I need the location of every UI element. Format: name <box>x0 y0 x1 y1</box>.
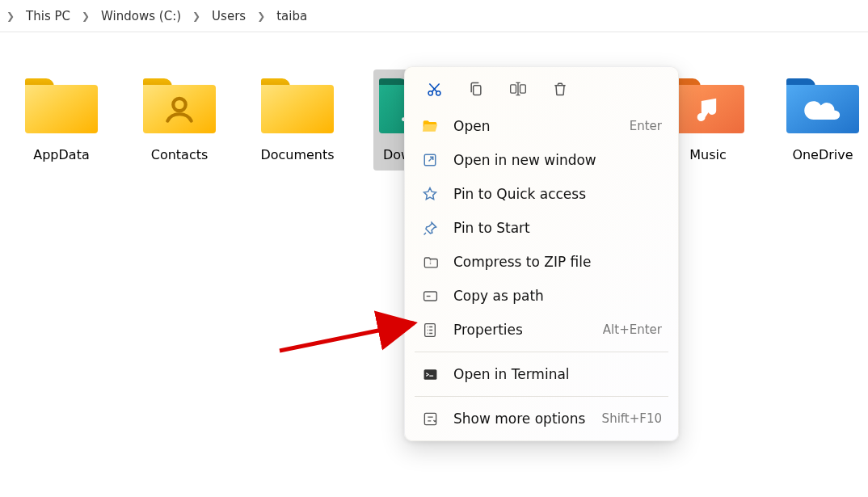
crumb-drive[interactable]: Windows (C:) <box>96 6 186 27</box>
window-icon <box>421 151 439 169</box>
delete-icon[interactable] <box>549 78 571 99</box>
folder-icon <box>259 74 336 137</box>
folder-label: Music <box>689 147 727 162</box>
menu-pin-start[interactable]: Pin to Start <box>410 211 673 245</box>
menu-open-new-window[interactable]: Open in new window <box>410 143 673 177</box>
chevron-right-icon: ❯ <box>255 11 267 22</box>
zip-icon <box>421 253 439 271</box>
crumb-users[interactable]: Users <box>207 6 251 27</box>
context-top-row <box>410 75 673 109</box>
menu-label: Show more options <box>453 411 585 427</box>
pin-icon <box>421 219 439 237</box>
properties-icon <box>421 321 439 339</box>
svg-rect-5 <box>520 85 526 93</box>
menu-label: Open <box>453 118 490 134</box>
menu-label: Pin to Start <box>453 220 530 236</box>
folder-label: OneDrive <box>792 147 853 162</box>
menu-open-terminal[interactable]: Open in Terminal <box>410 357 673 391</box>
path-icon <box>421 287 439 305</box>
folder-documents[interactable]: Documents <box>255 69 339 171</box>
svg-point-0 <box>173 99 185 111</box>
folder-icon <box>23 74 100 137</box>
copy-icon[interactable] <box>465 78 487 99</box>
svg-rect-3 <box>474 86 481 95</box>
menu-copy-path[interactable]: Copy as path <box>410 279 673 313</box>
menu-pin-quick-access[interactable]: Pin to Quick access <box>410 177 673 211</box>
folder-icon <box>141 74 218 137</box>
menu-label: Open in new window <box>453 152 596 168</box>
star-icon <box>421 185 439 203</box>
folder-label: Contacts <box>151 147 209 162</box>
context-menu: Open Enter Open in new window Pin to Qui… <box>404 66 679 441</box>
svg-rect-9 <box>423 369 436 380</box>
folder-icon <box>784 74 862 137</box>
menu-label: Compress to ZIP file <box>453 254 592 270</box>
terminal-icon <box>421 365 439 383</box>
open-icon <box>421 117 439 135</box>
menu-label: Copy as path <box>453 288 544 304</box>
crumb-user[interactable]: taiba <box>272 6 312 27</box>
menu-label: Open in Terminal <box>453 366 570 382</box>
svg-rect-4 <box>511 85 516 93</box>
crumb-this-pc[interactable]: This PC <box>21 6 75 27</box>
menu-properties[interactable]: Properties Alt+Enter <box>410 313 673 347</box>
svg-point-1 <box>428 91 432 95</box>
chevron-right-icon: ❯ <box>80 11 91 22</box>
folder-appdata[interactable]: AppData <box>19 69 103 171</box>
menu-label: Properties <box>453 322 523 338</box>
breadcrumb[interactable]: ❯ This PC ❯ Windows (C:) ❯ Users ❯ taiba <box>0 0 868 32</box>
menu-label: Pin to Quick access <box>453 186 586 202</box>
rename-icon[interactable] <box>507 78 529 99</box>
menu-separator <box>415 396 668 397</box>
menu-shortcut: Shift+F10 <box>602 411 662 426</box>
svg-rect-10 <box>424 413 436 424</box>
menu-show-more[interactable]: Show more options Shift+F10 <box>410 402 673 436</box>
svg-point-2 <box>436 91 440 95</box>
menu-open[interactable]: Open Enter <box>410 109 673 143</box>
menu-shortcut: Enter <box>630 119 662 133</box>
menu-shortcut: Alt+Enter <box>603 322 662 337</box>
folder-onedrive[interactable]: OneDrive <box>781 69 865 171</box>
folder-icon <box>669 74 747 137</box>
folder-contacts[interactable]: Contacts <box>137 69 221 171</box>
folder-label: Documents <box>260 147 334 162</box>
svg-line-11 <box>280 323 414 351</box>
chevron-right-icon: ❯ <box>5 11 16 22</box>
cut-icon[interactable] <box>423 78 445 99</box>
folder-label: AppData <box>33 147 89 162</box>
chevron-right-icon: ❯ <box>191 11 202 22</box>
menu-separator <box>415 352 668 352</box>
menu-compress-zip[interactable]: Compress to ZIP file <box>410 245 673 279</box>
more-options-icon <box>421 410 439 428</box>
